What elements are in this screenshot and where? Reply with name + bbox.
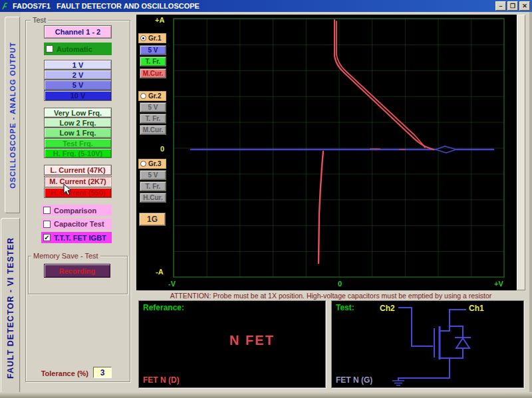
scope-traces xyxy=(136,15,517,290)
close-button[interactable]: ✕ xyxy=(519,1,530,11)
ttt-fet-igbt-checkbox[interactable] xyxy=(43,234,51,241)
gr2-medium-current-button[interactable]: M.Cur. xyxy=(140,125,166,135)
gr2-5v-button[interactable]: 5 V xyxy=(140,102,166,112)
title-bar: FADOS7F1 FAULT DETECTOR AND OSCILLOSCOPE… xyxy=(0,0,532,12)
comparison-checkbox[interactable] xyxy=(43,207,51,214)
window-title: FADOS7F1 FAULT DETECTOR AND OSCILLOSCOPE xyxy=(13,2,200,10)
tab-fault-detector-label: FAULT DETECTOR - VI TESTER xyxy=(6,237,15,379)
gr3-test-freq-button[interactable]: T. Fr. xyxy=(140,181,166,191)
plus-a-axis-label: +A xyxy=(155,16,164,24)
channel-1-2-button[interactable]: Channel 1 - 2 xyxy=(44,25,112,39)
reference-pin-label: FET N (D) xyxy=(143,375,180,385)
very-low-freq-button[interactable]: Very Low Frq. xyxy=(44,108,112,118)
gr1-radio-label: Gr.1 xyxy=(148,35,161,42)
gr2-radio-circle[interactable] xyxy=(140,93,146,99)
window-right-edge xyxy=(529,12,532,398)
mouse-cursor xyxy=(63,183,72,197)
gr1-5v-button[interactable]: 5 V xyxy=(140,45,166,55)
automatic-label: Automatic xyxy=(57,45,92,53)
comparison-label: Comparison xyxy=(54,207,96,215)
ttt-fet-igbt-label: T.T.T. FET IGBT xyxy=(54,234,106,242)
minimize-button[interactable]: – xyxy=(495,1,506,11)
oscilloscope-display: +A 0 -A -V 0 +V Gr.1 5 V T. Fr. M.Cur. G… xyxy=(136,15,517,290)
zero-left-axis-label: 0 xyxy=(160,145,164,153)
comparison-toggle[interactable]: Comparison xyxy=(41,205,112,216)
test-groupbox-title: Test xyxy=(31,16,48,24)
automatic-toggle[interactable]: Automatic xyxy=(44,43,112,55)
high-freq-button[interactable]: H. Frq. (5-10V) xyxy=(44,148,112,158)
voltage-1v-button[interactable]: 1 V xyxy=(44,60,112,70)
reference-component-name: N FET xyxy=(139,333,325,348)
gr2-radio[interactable]: Gr.2 xyxy=(138,91,166,101)
gr2-test-freq-button[interactable]: T. Fr. xyxy=(140,114,166,124)
gr1-radio[interactable]: Gr.1 xyxy=(138,33,166,43)
recording-button[interactable]: Recording xyxy=(44,264,110,278)
gr1-radio-circle[interactable] xyxy=(140,35,146,41)
gr3-radio[interactable]: Gr.3 xyxy=(138,159,166,169)
tab-fault-detector-vi-tester[interactable]: FAULT DETECTOR - VI TESTER xyxy=(1,218,20,398)
low-2-freq-button[interactable]: Low 2 Frq. xyxy=(44,118,112,128)
voltage-10v-button[interactable]: 10 V xyxy=(44,90,112,101)
zero-bottom-axis-label: 0 xyxy=(338,280,342,288)
attention-notice: ATTENTION: Probe must be at 1X position.… xyxy=(136,292,525,300)
memory-save-title: Memory Save - Test xyxy=(31,252,100,260)
low-current-button[interactable]: L. Current (47K) xyxy=(44,165,112,175)
ttt-fet-igbt-toggle[interactable]: T.T.T. FET IGBT xyxy=(41,232,112,243)
high-current-button[interactable]: H. Current (550) xyxy=(44,187,112,198)
window-bottom-edge xyxy=(0,392,532,398)
capacitor-test-label: Capacitor Test xyxy=(54,220,104,228)
test-freq-button[interactable]: Test Frq. xyxy=(44,138,112,148)
tolerance-input[interactable]: 3 xyxy=(93,367,112,378)
voltage-2v-button[interactable]: 2 V xyxy=(44,70,112,80)
tolerance-label: Tolerance (%) xyxy=(27,369,88,377)
reference-display: Referance: N FET FET N (D) xyxy=(138,300,326,388)
restore-button[interactable]: ❐ xyxy=(507,1,518,11)
reference-title: Referance: xyxy=(143,303,184,312)
medium-current-button[interactable]: M. Current (2K7) xyxy=(44,176,112,187)
gain-1g-button[interactable]: 1G xyxy=(139,213,166,226)
test-pin-label: FET N (G) xyxy=(336,375,372,385)
gr3-radio-circle[interactable] xyxy=(140,161,146,167)
gr1-test-freq-button[interactable]: T. Fr. xyxy=(140,56,166,66)
low-1-freq-button[interactable]: Low 1 Frq. xyxy=(44,128,112,138)
gr3-high-current-button[interactable]: H.Cur. xyxy=(140,193,166,203)
app-icon xyxy=(2,2,10,10)
capacitor-test-toggle[interactable]: Capacitor Test xyxy=(41,219,112,229)
gr3-5v-button[interactable]: 5 V xyxy=(140,170,166,180)
minus-a-axis-label: -A xyxy=(156,268,164,276)
minus-v-axis-label: -V xyxy=(168,280,176,288)
tab-oscilloscope-label: OSCILLOSCOPE - ANALOG OUTPUT xyxy=(9,42,17,189)
test-circuit-display: Test: Ch2 Ch1 FET N (G) xyxy=(331,300,524,388)
gr1-medium-current-button[interactable]: M.Cur. xyxy=(140,68,166,78)
plus-v-axis-label: +V xyxy=(494,280,503,288)
automatic-checkbox[interactable] xyxy=(46,45,53,52)
capacitor-test-checkbox[interactable] xyxy=(43,221,51,228)
voltage-5v-button[interactable]: 5 V xyxy=(44,80,112,90)
scope-right-border xyxy=(517,15,525,290)
gr3-radio-label: Gr.3 xyxy=(148,160,161,167)
tab-oscilloscope-analog-output[interactable]: OSCILLOSCOPE - ANALOG OUTPUT xyxy=(5,17,20,213)
gr2-radio-label: Gr.2 xyxy=(148,92,161,100)
side-tab-strip: OSCILLOSCOPE - ANALOG OUTPUT FAULT DETEC… xyxy=(0,12,21,398)
